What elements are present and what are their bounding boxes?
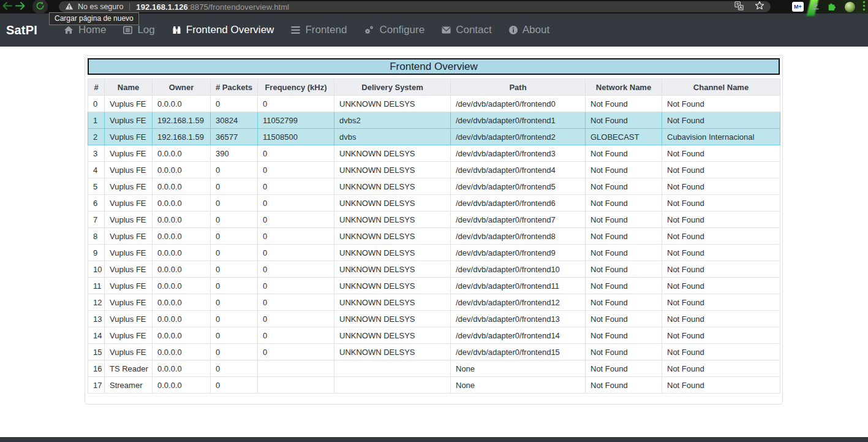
table-cell: 0 xyxy=(211,195,258,211)
table-cell: 0 xyxy=(258,211,334,228)
table-cell: Vuplus FE xyxy=(105,344,153,360)
table-cell: Vuplus FE xyxy=(105,294,153,311)
table-cell: 0 xyxy=(211,294,258,311)
table-cell: 30824 xyxy=(211,112,258,129)
browser-menu-icon[interactable] xyxy=(862,1,866,13)
warning-triangle-icon xyxy=(65,2,74,12)
table-cell: Not Found xyxy=(662,96,780,112)
download-icon[interactable] xyxy=(810,1,820,13)
table-row: 12Vuplus FE0.0.0.000UNKNOWN DELSYS/dev/d… xyxy=(88,294,780,311)
nav-item-about[interactable]: About xyxy=(508,24,549,36)
table-cell: /dev/dvb/adapter0/frontend1 xyxy=(451,112,586,129)
table-cell: UNKNOWN DELSYS xyxy=(334,245,451,261)
table-row: 5Vuplus FE0.0.0.000UNKNOWN DELSYS/dev/dv… xyxy=(88,178,780,195)
table-cell: 0 xyxy=(211,228,258,245)
table-cell: 0 xyxy=(211,211,258,228)
nav-item-contact[interactable]: Contact xyxy=(441,24,492,36)
table-cell: /dev/dvb/adapter0/frontend4 xyxy=(451,162,586,178)
table-cell: Not Found xyxy=(662,360,780,377)
browser-forward-button[interactable] xyxy=(13,0,27,13)
browser-reload-button[interactable] xyxy=(32,0,48,13)
column-header: Frequency (kHz) xyxy=(258,79,334,96)
nav-item-home[interactable]: Home xyxy=(63,24,106,36)
table-cell: 0.0.0.0 xyxy=(153,145,211,162)
table-cell: 0 xyxy=(258,311,334,327)
table-cell xyxy=(334,377,451,394)
table-cell: /dev/dvb/adapter0/frontend11 xyxy=(451,278,586,294)
table-cell: 0.0.0.0 xyxy=(153,278,211,294)
info-icon xyxy=(508,25,518,35)
table-cell: 8 xyxy=(88,228,105,245)
browser-chrome: No es seguro 192.168.1.126:8875/frontend… xyxy=(0,0,868,13)
table-cell: 0 xyxy=(258,261,334,278)
table-cell: 0 xyxy=(258,278,334,294)
extension-mplus-icon[interactable]: M+ xyxy=(792,2,804,12)
envelope-icon xyxy=(441,26,451,34)
table-cell xyxy=(334,360,451,377)
table-row: 16TS Reader0.0.0.00NoneNot FoundNot Foun… xyxy=(88,360,780,377)
table-cell: Not Found xyxy=(586,344,662,360)
nav-item-log[interactable]: Log xyxy=(123,24,154,36)
table-cell: UNKNOWN DELSYS xyxy=(334,195,451,211)
table-cell: UNKNOWN DELSYS xyxy=(334,327,451,344)
nav-item-frontend-overview[interactable]: Frontend Overview xyxy=(172,24,274,36)
table-cell: /dev/dvb/adapter0/frontend7 xyxy=(451,211,586,228)
table-cell: Not Found xyxy=(586,261,662,278)
table-cell: Vuplus FE xyxy=(105,162,153,178)
extensions-puzzle-icon[interactable] xyxy=(827,1,837,13)
table-header-row: #NameOwner# PacketsFrequency (kHz)Delive… xyxy=(88,79,780,96)
log-icon xyxy=(123,25,133,35)
table-cell: Not Found xyxy=(662,344,780,360)
table-cell: Not Found xyxy=(662,112,780,129)
table-cell: Vuplus FE xyxy=(105,145,153,162)
table-row: 11Vuplus FE0.0.0.000UNKNOWN DELSYS/dev/d… xyxy=(88,278,780,294)
table-cell: 0.0.0.0 xyxy=(153,294,211,311)
table-cell: UNKNOWN DELSYS xyxy=(334,211,451,228)
translate-icon[interactable] xyxy=(734,1,744,13)
table-cell: /dev/dvb/adapter0/frontend10 xyxy=(451,261,586,278)
table-cell: /dev/dvb/adapter0/frontend0 xyxy=(451,96,586,112)
table-cell: 0 xyxy=(88,96,105,112)
table-cell: 0.0.0.0 xyxy=(153,162,211,178)
table-cell: Not Found xyxy=(662,377,780,394)
table-cell: TS Reader xyxy=(105,360,153,377)
table-row: 15Vuplus FE0.0.0.000UNKNOWN DELSYS/dev/d… xyxy=(88,344,780,360)
table-cell: 1 xyxy=(88,112,105,129)
nav-item-frontend[interactable]: Frontend xyxy=(290,24,347,36)
table-cell: Vuplus FE xyxy=(105,195,153,211)
table-cell: Not Found xyxy=(662,211,780,228)
table-cell: UNKNOWN DELSYS xyxy=(334,311,451,327)
gears-icon xyxy=(363,25,375,35)
browser-back-button[interactable] xyxy=(0,0,13,13)
table-row: 3Vuplus FE0.0.0.03900UNKNOWN DELSYS/dev/… xyxy=(88,145,780,162)
column-header: Owner xyxy=(153,79,211,96)
nav-item-configure[interactable]: Configure xyxy=(363,24,425,36)
brand-satpi[interactable]: SatPI xyxy=(6,23,37,37)
table-cell: UNKNOWN DELSYS xyxy=(334,162,451,178)
table-cell: 5 xyxy=(88,178,105,195)
table-cell: 0 xyxy=(258,96,334,112)
table-cell: dvbs xyxy=(334,129,451,145)
table-cell: 0 xyxy=(211,278,258,294)
profile-avatar[interactable] xyxy=(844,1,856,13)
table-cell: /dev/dvb/adapter0/frontend8 xyxy=(451,228,586,245)
table-cell: 13 xyxy=(88,311,105,327)
table-cell: Not Found xyxy=(662,327,780,344)
security-indicator[interactable]: No es seguro xyxy=(65,2,123,12)
table-cell: /dev/dvb/adapter0/frontend9 xyxy=(451,245,586,261)
table-cell: Not Found xyxy=(586,96,662,112)
column-header: # xyxy=(88,79,105,96)
table-cell: 0 xyxy=(258,294,334,311)
table-row: 4Vuplus FE0.0.0.000UNKNOWN DELSYS/dev/dv… xyxy=(88,162,780,178)
table-cell: 0.0.0.0 xyxy=(153,228,211,245)
bookmark-star-icon[interactable] xyxy=(755,1,764,13)
table-cell: /dev/dvb/adapter0/frontend12 xyxy=(451,294,586,311)
table-cell: Not Found xyxy=(662,145,780,162)
address-bar[interactable]: No es seguro 192.168.1.126:8875/frontend… xyxy=(59,1,771,12)
table-row: 14Vuplus FE0.0.0.000UNKNOWN DELSYS/dev/d… xyxy=(88,327,780,344)
table-cell: GLOBECAST xyxy=(586,129,662,145)
page-title: Frontend Overview xyxy=(88,58,780,75)
nav-item-label: Frontend Overview xyxy=(186,24,274,36)
table-cell: 0 xyxy=(211,360,258,377)
nav-item-label: Contact xyxy=(456,24,492,36)
